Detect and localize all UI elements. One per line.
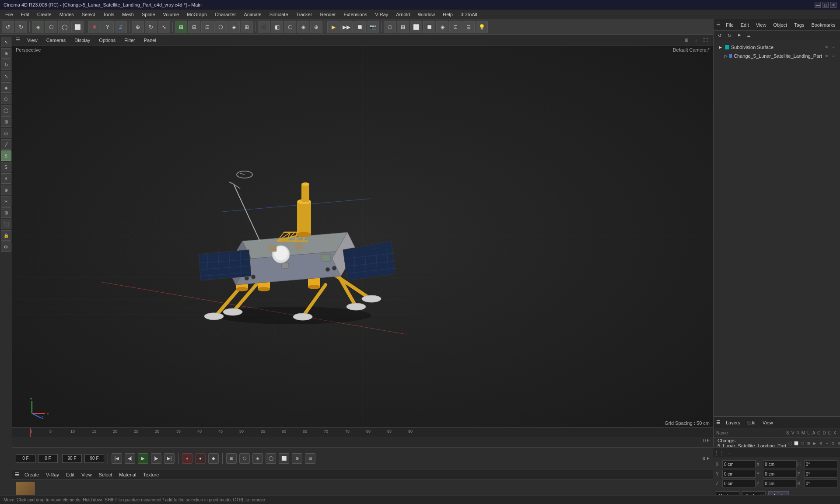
view1-button[interactable]: ⬛	[258, 21, 270, 33]
layers-menu-view[interactable]: View	[761, 419, 775, 426]
obj-tb-1[interactable]: ↺	[715, 32, 724, 40]
tool-s2[interactable]: S	[1, 162, 11, 172]
rotate-tool-button[interactable]: ↻	[145, 21, 157, 33]
view3-button[interactable]: ⬡	[284, 21, 296, 33]
viewport-menu-panel[interactable]: Panel	[142, 37, 158, 44]
menu-mesh[interactable]: Mesh	[119, 11, 137, 18]
timeline-track[interactable]: 0 F	[12, 437, 713, 448]
anim-btn-6[interactable]: ⊕	[292, 453, 302, 464]
mat-menu-edit[interactable]: Edit	[64, 471, 76, 478]
jump-end-button[interactable]: ▶|	[164, 453, 175, 464]
tool-scale[interactable]: ⤡	[1, 71, 11, 81]
tool-settings[interactable]: ⚙	[1, 242, 11, 252]
menu-file[interactable]: File	[2, 11, 17, 18]
tool-s1[interactable]: S	[1, 150, 11, 161]
anim-btn-4[interactable]: ◯	[266, 453, 276, 464]
extra7-button[interactable]: ⊟	[462, 21, 475, 33]
scale-tool-button[interactable]: ⤡	[158, 21, 170, 33]
menu-vray[interactable]: V-Ray	[371, 11, 392, 18]
viewport-menu-view[interactable]: View	[25, 37, 39, 44]
menu-tracker[interactable]: Tracker	[293, 11, 316, 18]
viewport-icon-1[interactable]: ⊞	[682, 36, 690, 44]
coord-z-size-value[interactable]: 0 cm	[763, 480, 796, 487]
attr-dots-icon[interactable]: ⋮⋮	[715, 449, 724, 457]
tool-knife[interactable]: ✂	[1, 196, 11, 206]
record-btn-2[interactable]: ●	[195, 453, 206, 464]
object-tree-item-landing-part[interactable]: ▷ Change_5_Lunar_Satellite_Landing_Part …	[715, 52, 838, 60]
tool-8[interactable]: ⊞	[1, 116, 11, 127]
obj-mgr-edit[interactable]: Edit	[739, 21, 751, 28]
menu-render[interactable]: Render	[316, 11, 339, 18]
menu-animate[interactable]: Animate	[240, 11, 265, 18]
tool-move[interactable]: ⊕	[1, 48, 11, 59]
tool-line[interactable]: ╱	[1, 139, 11, 150]
render2-button[interactable]: ▶▶	[340, 21, 353, 33]
tool-9[interactable]: ▭	[1, 128, 11, 138]
coord-p-value[interactable]: 0°	[804, 470, 837, 478]
layer-icon-2[interactable]: ⬜	[794, 441, 799, 446]
render4-button[interactable]: 📷	[367, 21, 379, 33]
coord-x-size-value[interactable]: 0 cm	[763, 460, 796, 468]
obj-mgr-bookmarks[interactable]: Bookmarks	[809, 21, 837, 28]
viewport[interactable]: ☰ View Cameras Display Options Filter Pa…	[12, 35, 713, 427]
undo-button[interactable]: ↺	[2, 21, 14, 33]
menu-modes[interactable]: Modes	[56, 11, 77, 18]
anim-btn-5[interactable]: ⬜	[279, 453, 289, 464]
snap-button[interactable]: ⊞	[175, 21, 187, 33]
obj-icon-check2[interactable]: ✓	[830, 53, 836, 59]
obj-tb-4[interactable]: ☁	[744, 32, 753, 40]
extra1-button[interactable]: ⬡	[384, 21, 396, 33]
extra8-button[interactable]: 💡	[476, 21, 488, 33]
mat-menu-create[interactable]: Create	[23, 471, 41, 478]
mat-menu-select[interactable]: Select	[97, 471, 114, 478]
move-tool-button[interactable]: ⊕	[132, 21, 144, 33]
viewport-menu-display[interactable]: Display	[73, 37, 92, 44]
tool-layer[interactable]: ⬛	[1, 219, 11, 229]
coord-b-value[interactable]: 0°	[804, 480, 837, 487]
menu-arnold[interactable]: Arnold	[392, 11, 413, 18]
tool-lock[interactable]: 🔒	[1, 230, 11, 241]
obj-icon-checkmark[interactable]: ✓	[830, 44, 836, 50]
menu-create[interactable]: Create	[34, 11, 55, 18]
coord-y-pos-value[interactable]: 0 cm	[722, 470, 756, 478]
sculpt-mode-button[interactable]: ⬜	[71, 21, 84, 33]
snap5-button[interactable]: ◈	[228, 21, 240, 33]
obj-mgr-file[interactable]: File	[724, 21, 735, 28]
viewport-menu-icon[interactable]: ☰	[16, 37, 20, 44]
extra4-button[interactable]: 🔲	[423, 21, 435, 33]
snap2-button[interactable]: ⊟	[188, 21, 200, 33]
anim-btn-2[interactable]: ⬡	[239, 453, 250, 464]
menu-3dtoall[interactable]: 3DToAll	[457, 11, 481, 18]
window-controls[interactable]: — □ ✕	[815, 2, 836, 8]
mat-menu-texture[interactable]: Texture	[141, 471, 161, 478]
anim-btn-3[interactable]: ◈	[252, 453, 263, 464]
z-axis-button[interactable]: Z	[115, 21, 127, 33]
menu-tools[interactable]: Tools	[99, 11, 118, 18]
tool-paint[interactable]: ⊛	[1, 185, 11, 195]
menu-extensions[interactable]: Extensions	[340, 11, 371, 18]
start-frame-min-input[interactable]	[38, 454, 58, 463]
layer-icon-1[interactable]: ◯	[788, 441, 793, 446]
tool-7[interactable]: ◯	[1, 105, 11, 116]
redo-button[interactable]: ↻	[15, 21, 27, 33]
step-back-button[interactable]: ◀|	[125, 453, 135, 464]
viewport-icon-2[interactable]: ↓	[692, 36, 700, 44]
anim-btn-7[interactable]: ⊟	[305, 453, 315, 464]
render-button[interactable]: ▶	[327, 21, 340, 33]
model-mode-button[interactable]: ⬡	[45, 21, 57, 33]
obj-mgr-tags[interactable]: Tags	[792, 21, 806, 28]
extra6-button[interactable]: ⊡	[449, 21, 462, 33]
layer-icon-9[interactable]: ⚙	[836, 441, 840, 446]
view4-button[interactable]: ◈	[297, 21, 309, 33]
tool-s3[interactable]: $	[1, 173, 11, 184]
y-axis-button[interactable]: Y	[102, 21, 114, 33]
menu-edit[interactable]: Edit	[18, 11, 33, 18]
timeline[interactable]: 0 5 10 15 20 25 30 35 40 45 50 55 60 65 …	[12, 427, 713, 447]
menu-character[interactable]: Character	[211, 11, 239, 18]
tool-rotate[interactable]: ↻	[1, 60, 11, 70]
step-forward-button[interactable]: |▶	[151, 453, 161, 464]
menu-help[interactable]: Help	[439, 11, 456, 18]
tool-grid[interactable]: ⊞	[1, 207, 11, 218]
jump-start-button[interactable]: |◀	[112, 453, 122, 464]
obj-icon-eye[interactable]: 👁	[824, 44, 830, 50]
